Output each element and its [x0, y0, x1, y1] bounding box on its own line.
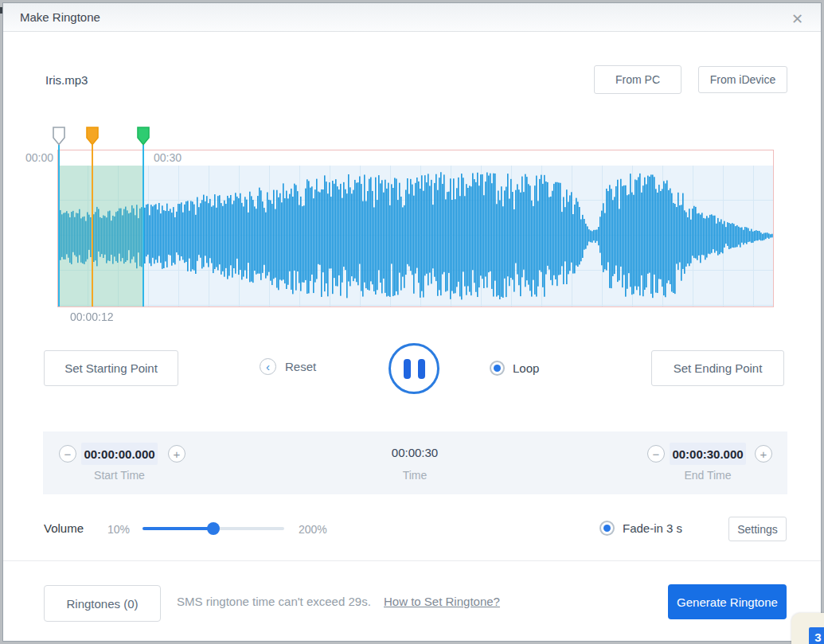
from-pc-button[interactable]: From PC — [594, 65, 681, 94]
volume-max-label: 200% — [299, 523, 327, 536]
title-bar: Make Ringtone ✕ — [3, 3, 821, 32]
start-time-label: Start Time — [81, 469, 158, 482]
dialog-title: Make Ringtone — [20, 10, 100, 24]
plus-icon[interactable]: + — [168, 445, 185, 463]
reset-icon[interactable]: ‹ — [260, 358, 276, 375]
pause-icon — [418, 359, 425, 379]
end-time-increase-button[interactable]: + — [755, 445, 772, 463]
loop-label: Loop — [513, 361, 539, 375]
playhead-line — [92, 145, 93, 306]
volume-slider-knob[interactable] — [207, 522, 220, 535]
footer-divider — [3, 560, 821, 561]
fade-in-radio[interactable]: Fade-in 3 s — [599, 521, 682, 536]
minus-icon[interactable]: − — [59, 445, 76, 463]
start-time-increase-button[interactable]: + — [168, 445, 185, 463]
start-marker-flag-icon[interactable] — [53, 127, 65, 146]
end-marker-line — [143, 145, 144, 306]
pause-button[interactable] — [389, 343, 439, 394]
background-window-edge — [0, 7, 2, 14]
start-marker-line — [58, 145, 60, 306]
volume-label: Volume — [44, 521, 84, 535]
ringtones-button[interactable]: Ringtones (0) — [44, 585, 161, 622]
time-label-0000: 00:00 — [25, 151, 53, 164]
volume-slider[interactable] — [143, 527, 284, 530]
minus-icon[interactable]: − — [647, 445, 665, 463]
playhead-time-label: 00:00:12 — [70, 310, 114, 323]
close-icon[interactable]: ✕ — [788, 9, 806, 29]
end-marker-flag-icon[interactable] — [137, 127, 150, 146]
settings-button[interactable]: Settings — [728, 517, 787, 541]
end-time-value[interactable]: 00:00:30.000 — [670, 443, 746, 465]
reset-button[interactable]: ‹ Reset — [260, 358, 316, 375]
time-panel: − 00:00:00.000 + Start Time 00:00:30 Tim… — [43, 431, 787, 494]
fade-in-label: Fade-in 3 s — [623, 521, 682, 535]
volume-slider-fill — [143, 527, 213, 530]
set-starting-point-button[interactable]: Set Starting Point — [44, 350, 178, 386]
audio-filename: Iris.mp3 — [45, 73, 88, 87]
end-time-decrease-button[interactable]: − — [647, 445, 665, 463]
loop-radio-icon[interactable] — [490, 361, 505, 376]
waveform-canvas[interactable] — [58, 166, 773, 306]
start-time-value[interactable]: 00:00:00.000 — [81, 443, 158, 465]
time-label-0030: 00:30 — [154, 151, 182, 164]
from-idevice-button[interactable]: From iDevice — [698, 66, 787, 93]
fade-in-radio-icon[interactable] — [599, 521, 615, 536]
loop-radio[interactable]: Loop — [490, 361, 539, 376]
selection-region[interactable] — [60, 166, 144, 306]
reset-label: Reset — [285, 360, 316, 373]
playhead-marker-flag-icon[interactable] — [86, 127, 99, 146]
how-to-set-ringtone-link[interactable]: How to Set Ringtone? — [384, 595, 500, 608]
generate-ringtone-button[interactable]: Generate Ringtone — [668, 584, 787, 619]
make-ringtone-dialog: Make Ringtone ✕ Iris.mp3 From PC From iD… — [2, 2, 822, 642]
duration-value: 00:00:30 — [375, 446, 455, 459]
end-time-label: End Time — [670, 469, 746, 482]
duration-label: Time — [375, 469, 455, 482]
waveform-plot[interactable] — [58, 166, 773, 306]
sms-notice: SMS ringtone time can't exceed 29s. — [177, 595, 371, 608]
start-time-decrease-button[interactable]: − — [59, 445, 76, 463]
plus-icon[interactable]: + — [755, 445, 772, 463]
set-ending-point-button[interactable]: Set Ending Point — [651, 350, 784, 386]
pause-icon — [404, 359, 411, 379]
3utools-badge-icon[interactable]: 3 — [809, 627, 824, 644]
volume-min-label: 10% — [107, 523, 130, 536]
waveform-section: 00:00 00:30 00:00:12 — [57, 127, 774, 330]
waveform-frame: 00:00 00:30 — [57, 150, 774, 307]
